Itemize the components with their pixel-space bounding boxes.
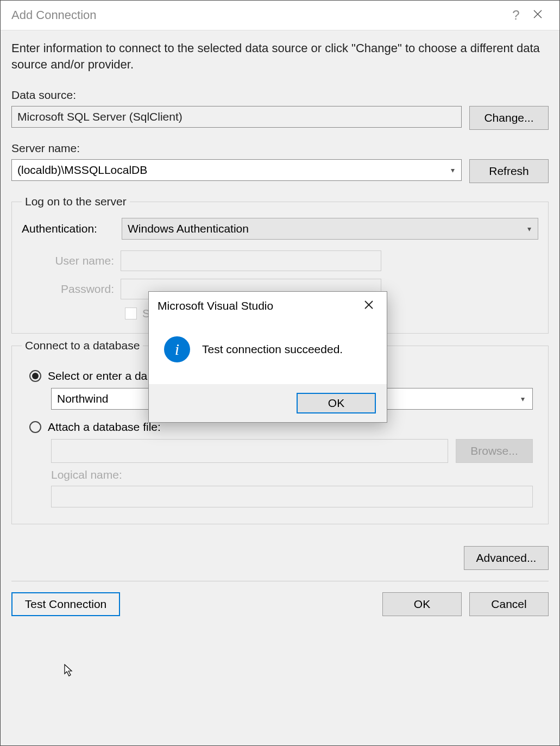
attach-file-input: [51, 439, 448, 463]
logon-legend: Log on to the server: [22, 195, 130, 208]
select-database-radio[interactable]: [29, 370, 41, 382]
username-label: User name:: [43, 254, 114, 267]
server-name-label: Server name:: [11, 142, 549, 155]
password-label: Password:: [43, 283, 114, 296]
server-name-combo[interactable]: (localdb)\MSSQLLocalDB ▾: [11, 159, 462, 181]
titlebar: Add Connection ?: [1, 1, 559, 30]
username-input: [121, 250, 381, 271]
info-icon: i: [164, 336, 190, 362]
chevron-down-icon: ▾: [521, 394, 525, 403]
authentication-label: Authentication:: [22, 222, 109, 235]
change-button[interactable]: Change...: [469, 106, 549, 130]
logical-name-label: Logical name:: [51, 468, 538, 481]
logical-name-input: [51, 486, 533, 507]
attach-file-radio[interactable]: [29, 421, 41, 433]
dialog-title: Add Connection: [11, 8, 505, 22]
divider: [11, 581, 549, 581]
connect-database-legend: Connect to a database: [22, 339, 143, 352]
refresh-button[interactable]: Refresh: [469, 159, 549, 183]
popup-close-icon[interactable]: [360, 298, 378, 315]
select-database-label: Select or enter a da: [48, 369, 147, 383]
data-source-label: Data source:: [11, 89, 549, 102]
intro-text: Enter information to connect to the sele…: [11, 40, 549, 72]
test-connection-button[interactable]: Test Connection: [11, 592, 120, 616]
chevron-down-icon: ▾: [527, 224, 531, 233]
authentication-select[interactable]: Windows Authentication ▾: [122, 218, 538, 240]
data-source-field: Microsoft SQL Server (SqlClient): [11, 106, 462, 128]
cancel-button[interactable]: Cancel: [469, 592, 549, 616]
close-icon[interactable]: [527, 9, 549, 22]
help-icon[interactable]: ?: [505, 8, 527, 23]
chevron-down-icon: ▾: [451, 166, 455, 174]
ok-button[interactable]: OK: [382, 592, 462, 616]
popup-ok-button[interactable]: OK: [297, 393, 376, 413]
save-password-checkbox: [125, 308, 137, 319]
popup-message: Test connection succeeded.: [202, 343, 343, 356]
popup-title: Microsoft Visual Studio: [158, 299, 360, 312]
browse-button: Browse...: [456, 439, 533, 463]
test-connection-popup: Microsoft Visual Studio i Test connectio…: [148, 291, 387, 423]
attach-file-label: Attach a database file:: [48, 421, 161, 434]
advanced-button[interactable]: Advanced...: [464, 546, 549, 570]
